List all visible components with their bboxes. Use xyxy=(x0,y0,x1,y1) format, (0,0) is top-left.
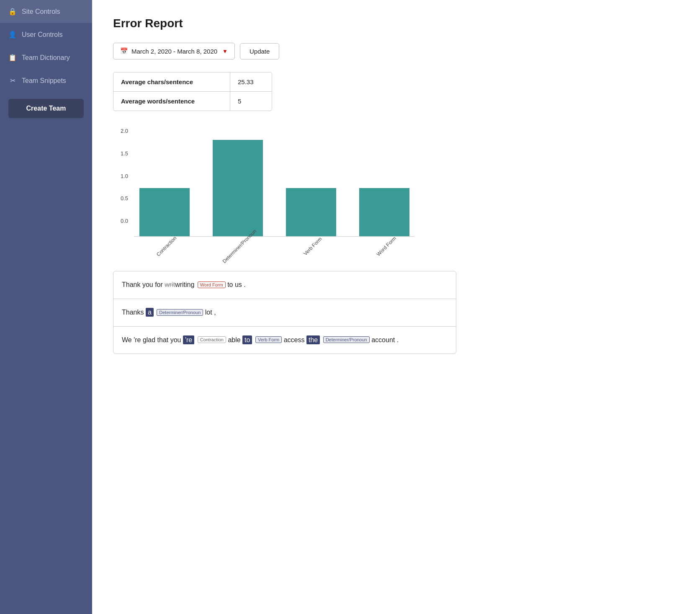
stats-value-chars: 25.33 xyxy=(230,72,272,91)
s3-text-4: account . xyxy=(371,336,399,343)
sidebar: 🔒 Site Controls 👤 User Controls 📋 Team D… xyxy=(0,0,92,614)
s1-original: writ xyxy=(165,281,175,288)
sidebar-item-label: Team Dictionary xyxy=(22,54,70,62)
y-label-1: 1.0 xyxy=(121,173,128,179)
bar-determiner xyxy=(213,140,263,236)
update-button[interactable]: Update xyxy=(240,43,279,59)
s2-word-a: a xyxy=(146,308,154,317)
page-title: Error Report xyxy=(113,17,679,30)
sidebar-item-label: Team Snippets xyxy=(22,77,66,85)
sidebar-nav: 🔒 Site Controls 👤 User Controls 📋 Team D… xyxy=(0,0,92,92)
s2-tag: Determiner/Pronoun xyxy=(157,309,203,316)
y-label-1-5: 1.5 xyxy=(121,150,128,157)
stats-label-chars: Average chars/sentence xyxy=(113,72,230,91)
bars-group xyxy=(134,140,414,237)
lock-icon: 🔒 xyxy=(8,8,17,15)
s3-tag-2: Verb Form xyxy=(255,336,282,343)
s1-error-1: writwriting Word Form xyxy=(165,281,227,288)
bar-col-verbform xyxy=(281,188,341,236)
sidebar-item-team-snippets[interactable]: ✂ Team Snippets xyxy=(0,69,92,92)
s1-text-2: to us . xyxy=(227,281,246,288)
calendar-icon: 📅 xyxy=(120,47,128,55)
s3-tag-1: Contraction xyxy=(198,336,226,343)
stats-row-words: Average words/sentence 5 xyxy=(113,92,272,111)
book-icon: 📋 xyxy=(8,54,17,62)
s3-tag-3: Determiner/Pronoun xyxy=(323,336,370,343)
y-label-2: 2.0 xyxy=(121,128,128,134)
bar-chart: 2.0 1.5 1.0 0.5 0.0 xyxy=(113,128,414,250)
sidebar-item-user-controls[interactable]: 👤 User Controls xyxy=(0,23,92,46)
s1-tag: Word Form xyxy=(198,281,226,288)
s2-text-2: lot , xyxy=(205,309,216,316)
s1-corrected: writing xyxy=(175,281,194,288)
create-team-button[interactable]: Create Team xyxy=(8,99,84,118)
caret-down-icon: ▼ xyxy=(222,48,228,54)
stats-row-chars: Average chars/sentence 25.33 xyxy=(113,72,272,92)
sentence-row-3: We 're glad that you 're Contraction abl… xyxy=(113,327,456,354)
s3-word-to: to xyxy=(242,335,252,344)
bar-col-wordform xyxy=(354,188,414,236)
date-picker-button[interactable]: 📅 March 2, 2020 - March 8, 2020 ▼ xyxy=(113,43,235,59)
s2-text-1: Thanks xyxy=(122,309,146,316)
sidebar-item-label: Site Controls xyxy=(22,8,60,15)
bar-contraction xyxy=(139,188,190,236)
sentence-row-1: Thank you for writwriting Word Form to u… xyxy=(113,271,456,299)
date-range-bar: 📅 March 2, 2020 - March 8, 2020 ▼ Update xyxy=(113,43,679,59)
date-range-value: March 2, 2020 - March 8, 2020 xyxy=(131,48,217,55)
x-label-contraction: Contraction xyxy=(155,235,178,257)
s3-text-1: We 're glad that you xyxy=(122,336,183,343)
x-label-wordform: Word Form xyxy=(375,235,397,257)
main-content: Error Report 📅 March 2, 2020 - March 8, … xyxy=(92,0,700,614)
scissors-icon: ✂ xyxy=(8,77,17,85)
sentences-box: Thank you for writwriting Word Form to u… xyxy=(113,271,456,354)
sidebar-item-site-controls[interactable]: 🔒 Site Controls xyxy=(0,0,92,23)
stats-label-words: Average words/sentence xyxy=(113,92,230,111)
stats-table: Average chars/sentence 25.33 Average wor… xyxy=(113,72,272,111)
bar-col-contraction xyxy=(134,188,195,236)
s3-text-2: able xyxy=(228,336,242,343)
s3-word-re: 're xyxy=(183,335,194,344)
sentence-row-2: Thanks a Determiner/Pronoun lot , xyxy=(113,299,456,327)
sidebar-item-team-dictionary[interactable]: 📋 Team Dictionary xyxy=(0,46,92,69)
s1-text-1: Thank you for xyxy=(122,281,165,288)
bar-verbform xyxy=(286,188,336,236)
bar-wordform xyxy=(359,188,409,236)
s3-text-3: access xyxy=(284,336,306,343)
stats-value-words: 5 xyxy=(230,92,272,111)
y-label-0: 0.0 xyxy=(121,218,128,224)
s3-word-the: the xyxy=(306,335,320,344)
sidebar-item-label: User Controls xyxy=(22,31,63,39)
user-icon: 👤 xyxy=(8,31,17,39)
bar-col-determiner xyxy=(207,140,268,236)
x-label-verbform: Verb Form xyxy=(303,236,324,257)
y-label-0-5: 0.5 xyxy=(121,195,128,201)
